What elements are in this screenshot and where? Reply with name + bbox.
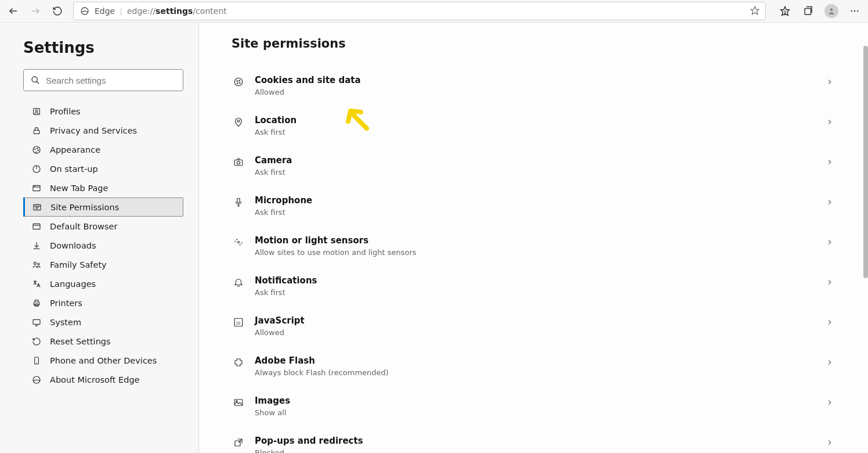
addr-separator: |: [120, 6, 122, 16]
menu-button[interactable]: [845, 1, 865, 21]
system-icon: [31, 317, 42, 328]
perm-row-javascript[interactable]: JSJavaScriptAllowed: [232, 307, 836, 347]
sidebar-item-label: On start-up: [50, 164, 98, 174]
main-area: Settings ProfilesPrivacy and ServicesApp…: [0, 22, 868, 453]
svg-point-16: [33, 146, 40, 153]
sidebar-item-default-browser[interactable]: Default Browser: [23, 217, 183, 236]
family-icon: [31, 260, 42, 270]
printer-icon: [31, 298, 42, 308]
perm-row-adobe-flash[interactable]: Adobe FlashAlways block Flash (recommend…: [232, 347, 836, 387]
svg-point-10: [857, 10, 858, 12]
phone-icon: [31, 355, 42, 366]
sidebar-item-reset-settings[interactable]: Reset Settings: [23, 332, 183, 351]
sidebar-item-privacy-and-services[interactable]: Privacy and Services: [23, 121, 183, 140]
perm-title: Cookies and site data: [255, 75, 817, 85]
svg-point-14: [35, 110, 37, 112]
collections-icon: [803, 6, 813, 16]
svg-rect-51: [237, 198, 240, 203]
perm-title: Adobe Flash: [255, 355, 817, 366]
svg-point-7: [830, 8, 833, 11]
collections-button[interactable]: [798, 1, 818, 21]
profile-icon: [31, 106, 42, 117]
settings-search[interactable]: [23, 69, 183, 91]
back-button[interactable]: [3, 1, 23, 21]
svg-point-58: [236, 401, 237, 402]
svg-point-48: [237, 120, 240, 123]
perm-row-camera[interactable]: CameraAsk first: [232, 147, 836, 187]
sidebar-item-family-safety[interactable]: Family Safety: [23, 255, 183, 274]
svg-point-33: [34, 262, 36, 264]
power-icon: [31, 164, 42, 174]
sidebar-item-profiles[interactable]: Profiles: [23, 102, 183, 121]
refresh-button[interactable]: [48, 1, 67, 21]
plugin-icon: [232, 355, 245, 369]
avatar-icon: [824, 4, 838, 18]
svg-marker-3: [751, 6, 758, 14]
sidebar-item-label: Downloads: [50, 241, 96, 250]
perm-title: Camera: [255, 155, 817, 166]
perm-row-microphone[interactable]: MicrophoneAsk first: [232, 187, 836, 227]
forward-button[interactable]: [26, 1, 45, 21]
profile-button[interactable]: [822, 1, 841, 21]
perm-row-location[interactable]: LocationAsk first: [232, 107, 836, 147]
sidebar-item-downloads[interactable]: Downloads: [23, 236, 183, 255]
sidebar-item-on-start-up[interactable]: On start-up: [23, 159, 183, 178]
sidebar-item-printers[interactable]: Printers: [23, 293, 183, 312]
perm-row-motion-or-light-sensors[interactable]: Motion or light sensorsAllow sites to us…: [232, 227, 836, 267]
perm-body: Cookies and site dataAllowed: [255, 75, 817, 96]
svg-point-18: [37, 148, 38, 148]
sidebar-item-phone-and-other-devices[interactable]: Phone and Other Devices: [23, 351, 183, 370]
perm-sub: Allowed: [255, 328, 817, 337]
perm-row-notifications[interactable]: NotificationsAsk first: [232, 267, 836, 307]
sidebar-item-languages[interactable]: Languages: [23, 274, 183, 293]
favorites-button[interactable]: [775, 1, 795, 21]
perm-title: Images: [255, 396, 817, 406]
scrollbar[interactable]: [863, 46, 868, 278]
download-icon: [31, 240, 42, 251]
perm-body: LocationAsk first: [255, 115, 817, 136]
site-icon: [32, 202, 42, 213]
svg-point-43: [234, 78, 243, 86]
svg-point-47: [240, 82, 241, 84]
perm-sub: Ask first: [255, 288, 817, 297]
perm-row-pop-ups-and-redirects[interactable]: Pop-ups and redirectsBlocked: [232, 427, 836, 453]
svg-rect-57: [234, 400, 243, 406]
star-filled-icon: [780, 6, 790, 16]
address-bar[interactable]: Edge | edge://settings/content: [73, 2, 766, 20]
language-icon: [31, 279, 42, 289]
svg-point-19: [38, 150, 38, 150]
sidebar-item-label: System: [50, 318, 81, 327]
chevron-right-icon: [824, 76, 836, 88]
sidebar-item-appearance[interactable]: Appearance: [23, 140, 183, 159]
perm-row-cookies-and-site-data[interactable]: Cookies and site dataAllowed: [232, 67, 836, 107]
svg-point-8: [851, 10, 852, 12]
perm-body: NotificationsAsk first: [255, 275, 817, 297]
search-input[interactable]: [46, 76, 176, 85]
perm-body: Adobe FlashAlways block Flash (recommend…: [255, 355, 817, 377]
sidebar-item-new-tab-page[interactable]: New Tab Page: [23, 178, 183, 197]
svg-point-44: [237, 81, 238, 82]
bell-icon: [232, 275, 245, 289]
perm-row-images[interactable]: ImagesShow all: [232, 387, 836, 427]
search-icon: [31, 76, 40, 85]
chevron-right-icon: [824, 357, 836, 368]
svg-point-34: [38, 263, 39, 265]
chevron-right-icon: [824, 116, 836, 128]
chevron-right-icon: [824, 236, 836, 248]
perm-sub: Ask first: [255, 208, 817, 217]
sidebar-item-site-permissions[interactable]: Site Permissions: [23, 197, 183, 217]
svg-point-9: [854, 10, 855, 12]
perm-body: ImagesShow all: [255, 396, 817, 417]
perm-title: Location: [255, 115, 817, 125]
favorite-star-icon[interactable]: [750, 6, 760, 17]
svg-text:JS: JS: [236, 321, 241, 325]
sidebar-item-about-microsoft-edge[interactable]: About Microsoft Edge: [23, 370, 183, 389]
sidebar-item-system[interactable]: System: [23, 312, 183, 332]
svg-rect-6: [805, 9, 811, 15]
chevron-right-icon: [824, 156, 836, 168]
perm-title: Motion or light sensors: [255, 235, 817, 246]
sidebar-item-label: Appearance: [50, 145, 100, 154]
svg-line-12: [37, 81, 39, 84]
perm-body: Pop-ups and redirectsBlocked: [255, 436, 817, 453]
settings-sidebar: Settings ProfilesPrivacy and ServicesApp…: [0, 23, 199, 453]
